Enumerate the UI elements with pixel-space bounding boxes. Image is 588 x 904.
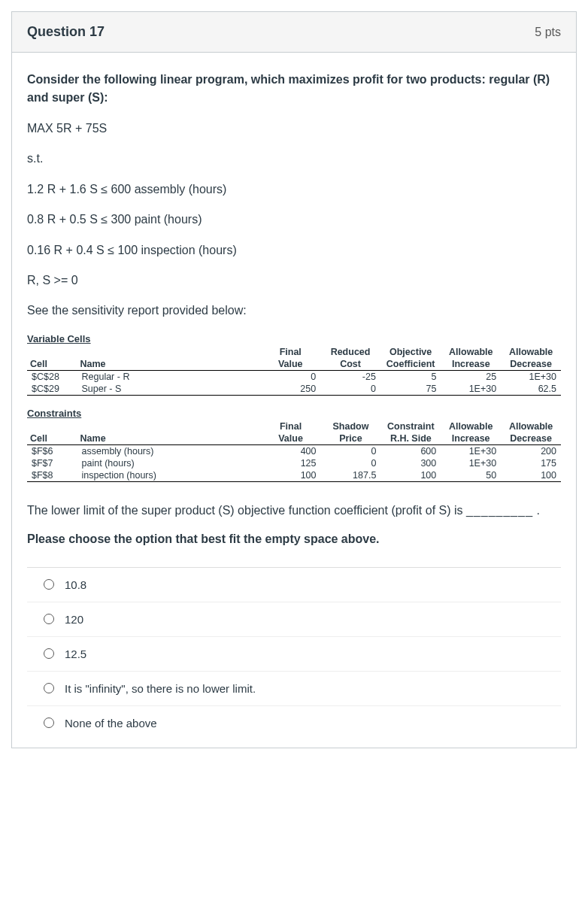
cell-value: 25 (441, 370, 501, 383)
option-label: 10.8 (65, 578, 86, 591)
prompt-before: The lower limit of the super product (S)… (27, 504, 466, 517)
constraint-inspection: 0.16 R + 0.4 S ≤ 100 inspection (hours) (27, 242, 561, 259)
nonnegativity: R, S >= 0 (27, 272, 561, 289)
answer-options: 10.8 120 12.5 It is "infinity", so there… (27, 567, 561, 740)
th-allowable: Allowable (501, 346, 561, 358)
radio-icon (44, 648, 54, 659)
th-cost: Cost (320, 358, 380, 371)
cell-value: 187.5 (321, 469, 381, 482)
option-label: 120 (65, 613, 83, 626)
option-4[interactable]: None of the above (27, 706, 561, 740)
cell-ref: $F$6 (27, 444, 77, 457)
question-header: Question 17 5 pts (12, 12, 576, 53)
variable-cells-label: Variable Cells (27, 333, 561, 344)
th-allowable: Allowable (441, 346, 501, 358)
th-coefficient: Coefficient (380, 358, 441, 371)
cell-value: 100 (501, 469, 561, 482)
th-blank (27, 346, 77, 358)
option-label: None of the above (65, 717, 157, 730)
th-rhside: R.H. Side (380, 432, 441, 445)
instruction-text: Please choose the option that best fit t… (27, 532, 561, 546)
cell-value: 62.5 (501, 383, 561, 396)
cell-value: 1E+30 (501, 370, 561, 383)
option-3[interactable]: It is "infinity", so there is no lower l… (27, 672, 561, 706)
th-name: Name (77, 432, 261, 445)
cell-name: inspection (hours) (77, 469, 261, 482)
cell-value: 50 (441, 469, 501, 482)
th-blank (77, 346, 261, 358)
cell-value: 250 (260, 383, 320, 396)
prompt-after: . (533, 504, 540, 517)
cell-ref: $C$28 (27, 370, 77, 383)
intro-text: Consider the following linear program, w… (27, 71, 561, 107)
table-row: $F$6 assembly (hours) 400 0 600 1E+30 20… (27, 444, 561, 457)
cell-value: 0 (321, 444, 381, 457)
radio-icon (44, 683, 54, 693)
cell-value: 5 (380, 370, 441, 383)
th-objective: Objective (380, 346, 441, 358)
constraints-table: Final Shadow Constraint Allowable Allowa… (27, 420, 561, 482)
cell-value: 125 (261, 457, 321, 469)
th-cell: Cell (27, 358, 77, 371)
th-allowable: Allowable (441, 420, 501, 432)
table-head: Final Reduced Objective Allowable Allowa… (27, 346, 561, 371)
cell-value: 1E+30 (441, 457, 501, 469)
table-row: $F$8 inspection (hours) 100 187.5 100 50… (27, 469, 561, 482)
cell-value: 75 (380, 383, 441, 396)
th-constraint: Constraint (380, 420, 441, 432)
th-decrease: Decrease (501, 432, 561, 445)
cell-value: 600 (380, 444, 441, 457)
th-increase: Increase (441, 358, 501, 371)
radio-icon (44, 717, 54, 728)
table-row: $C$28 Regular - R 0 -25 5 25 1E+30 (27, 370, 561, 383)
radio-icon (44, 579, 54, 590)
question-body: Consider the following linear program, w… (12, 53, 576, 748)
fill-blank-prompt: The lower limit of the super product (S)… (27, 502, 561, 520)
radio-icon (44, 614, 54, 624)
cell-value: 200 (501, 444, 561, 457)
table-row: $F$7 paint (hours) 125 0 300 1E+30 175 (27, 457, 561, 469)
th-final: Final (261, 420, 321, 432)
th-name: Name (77, 358, 261, 371)
th-blank (27, 420, 77, 432)
cell-value: 400 (261, 444, 321, 457)
cell-value: 100 (380, 469, 441, 482)
option-2[interactable]: 12.5 (27, 637, 561, 672)
th-decrease: Decrease (501, 358, 561, 371)
th-shadow: Shadow (321, 420, 381, 432)
th-increase: Increase (441, 432, 501, 445)
see-report-text: See the sensitivity report provided belo… (27, 302, 561, 319)
cell-ref: $F$8 (27, 469, 77, 482)
objective-function: MAX 5R + 75S (27, 120, 561, 137)
question-title: Question 17 (27, 24, 105, 40)
option-label: 12.5 (65, 648, 86, 660)
option-0[interactable]: 10.8 (27, 568, 561, 602)
cell-value: 1E+30 (441, 383, 501, 396)
option-1[interactable]: 120 (27, 602, 561, 637)
cell-value: 175 (501, 457, 561, 469)
cell-ref: $C$29 (27, 383, 77, 396)
th-final: Final (260, 346, 320, 358)
cell-name: Regular - R (77, 370, 261, 383)
variable-cells-table: Final Reduced Objective Allowable Allowa… (27, 346, 561, 396)
cell-ref: $F$7 (27, 457, 77, 469)
th-price: Price (321, 432, 381, 445)
cell-name: paint (hours) (77, 457, 261, 469)
cell-value: -25 (320, 370, 380, 383)
th-cell: Cell (27, 432, 77, 445)
subject-to: s.t. (27, 150, 561, 167)
blank-line: _________ (466, 504, 533, 517)
cell-value: 100 (261, 469, 321, 482)
constraint-assembly: 1.2 R + 1.6 S ≤ 600 assembly (hours) (27, 181, 561, 198)
th-reduced: Reduced (320, 346, 380, 358)
cell-value: 0 (320, 383, 380, 396)
question-points: 5 pts (535, 26, 561, 39)
th-value: Value (261, 432, 321, 445)
th-blank (77, 420, 261, 432)
constraint-paint: 0.8 R + 0.5 S ≤ 300 paint (hours) (27, 211, 561, 228)
option-label: It is "infinity", so there is no lower l… (65, 682, 256, 695)
cell-name: assembly (hours) (77, 444, 261, 457)
question-container: Question 17 5 pts Consider the following… (11, 11, 577, 748)
th-allowable: Allowable (501, 420, 561, 432)
th-value: Value (260, 358, 320, 371)
